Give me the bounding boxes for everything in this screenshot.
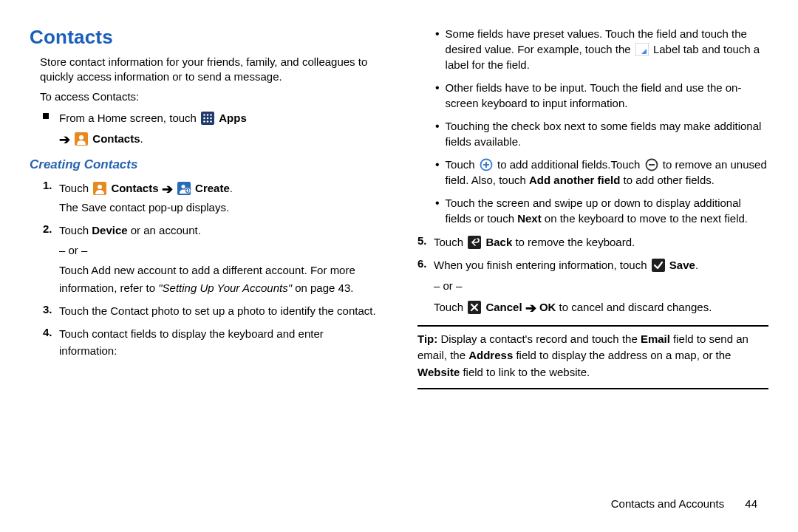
- access-step: From a Home screen, touch Apps ➔ Contact…: [30, 109, 381, 150]
- square-bullet-icon: [43, 113, 49, 119]
- step-number: 3.: [43, 303, 59, 319]
- step-number: 4.: [43, 326, 59, 360]
- tip-block: Tip: Display a contact's record and touc…: [417, 331, 768, 381]
- intro-text: Store contact information for your frien…: [30, 55, 381, 85]
- sub-bullet-2: • Other fields have to be input. Touch t…: [417, 80, 768, 111]
- arrow-icon: ➔: [59, 132, 70, 147]
- step5-back: Back: [485, 236, 512, 248]
- label-tab-icon: [635, 43, 649, 56]
- step-6: 6. When you finish entering information,…: [417, 256, 768, 317]
- step-number: 6.: [417, 257, 434, 317]
- step6-alt-post: to cancel and discard changes.: [559, 301, 712, 313]
- sub-bullet-5: • Touch the screen and swipe up or down …: [417, 195, 768, 226]
- bullet-icon: •: [435, 157, 440, 188]
- subsection-title: Creating Contacts: [30, 157, 381, 172]
- tip-label: Tip:: [417, 332, 437, 345]
- check-icon: [652, 259, 665, 272]
- b5-next: Next: [517, 212, 542, 225]
- arrow-icon: ➔: [162, 182, 173, 197]
- step-4: 4. Touch contact fields to display the k…: [30, 325, 381, 360]
- sub-bullet-4: • Touch to add additional fields.Touch t…: [417, 157, 768, 188]
- b4-post: to add other fields.: [624, 174, 715, 186]
- step2-device: Device: [92, 224, 127, 236]
- step1-create: Create: [195, 182, 230, 194]
- b5-post: on the keyboard to move to the next fiel…: [542, 212, 748, 225]
- section-title: Contacts: [30, 26, 381, 49]
- access-header: To access Contacts:: [30, 89, 381, 104]
- step5-post: to remove the keyboard.: [515, 236, 635, 248]
- step2-pre: Touch: [59, 224, 92, 236]
- page-number: 44: [745, 497, 757, 510]
- step-5: 5. Touch Back to remove the keyboard.: [417, 233, 768, 250]
- or-text: – or –: [434, 277, 768, 294]
- contacts-icon: [75, 132, 88, 146]
- tip-post: field to link to the website.: [460, 366, 590, 378]
- step1-line2: The Save contact pop-up displays.: [59, 201, 229, 214]
- step-number: 5.: [417, 234, 434, 250]
- tip-address: Address: [468, 349, 513, 361]
- tip-website: Website: [417, 366, 460, 378]
- page-footer: Contacts and Accounts 44: [611, 497, 757, 510]
- tip-mid2: field to display the address on a map, o…: [513, 349, 731, 361]
- step-number: 1.: [43, 179, 59, 216]
- step-1: 1. Touch Contacts ➔ Create. The Save con…: [30, 178, 381, 216]
- plus-circle-icon: [480, 158, 493, 171]
- step1-pre: Touch: [59, 182, 92, 194]
- b2-text: Other fields have to be input. Touch the…: [446, 80, 768, 111]
- access-step-pre: From a Home screen, touch: [59, 112, 200, 124]
- apps-label: Apps: [219, 112, 247, 124]
- step2-ref-after: on page 43.: [292, 282, 353, 294]
- right-column: • Some fields have preset values. Touch …: [417, 26, 768, 499]
- step2-post: or an account.: [128, 224, 201, 236]
- period: .: [140, 132, 143, 145]
- bullet-icon: •: [435, 118, 440, 149]
- bullet-icon: •: [435, 80, 440, 111]
- cancel-icon: [468, 301, 481, 314]
- contacts-icon: [93, 182, 106, 195]
- step5-pre: Touch: [434, 236, 466, 248]
- contacts-label: Contacts: [92, 132, 140, 145]
- sub-bullet-3: • Touching the check box next to some fi…: [417, 118, 768, 149]
- back-icon: [468, 236, 481, 249]
- left-column: Contacts Store contact information for y…: [30, 26, 381, 499]
- b3-text: Touching the check box next to some fiel…: [446, 118, 768, 149]
- b4-pre: Touch: [446, 158, 478, 171]
- tip-pre: Display a contact's record and touch the: [437, 332, 641, 345]
- step-number: 2.: [43, 222, 59, 296]
- step6-save: Save: [669, 259, 695, 271]
- tip-rule-top: [417, 325, 768, 327]
- footer-section: Contacts and Accounts: [611, 497, 724, 510]
- step1-contacts: Contacts: [111, 182, 161, 194]
- b4-bold: Add another field: [529, 174, 620, 186]
- sub-bullet-1: • Some fields have preset values. Touch …: [417, 26, 768, 72]
- create-icon: [177, 182, 191, 195]
- bullet-icon: •: [435, 195, 440, 226]
- step6-cancel: Cancel: [485, 301, 525, 313]
- or-text: – or –: [59, 242, 381, 259]
- step3-text: Touch the Contact photo to set up a phot…: [59, 302, 381, 319]
- b4-mid1: to add additional fields.Touch: [497, 158, 644, 171]
- tip-email: Email: [641, 332, 670, 345]
- step6-pre: When you finish entering information, to…: [434, 259, 650, 271]
- tip-rule-bottom: [417, 388, 768, 389]
- step6-alt-pre: Touch: [434, 301, 466, 313]
- step4-text: Touch contact fields to display the keyb…: [59, 325, 381, 360]
- arrow-icon: ➔: [525, 301, 536, 316]
- step-2: 2. Touch Device or an account. – or – To…: [30, 222, 381, 296]
- apps-icon: [201, 112, 214, 125]
- bullet-icon: •: [435, 26, 440, 72]
- minus-circle-icon: [645, 158, 658, 171]
- step6-ok: OK: [539, 301, 556, 313]
- step-3: 3. Touch the Contact photo to set up a p…: [30, 302, 381, 319]
- step2-ref: "Setting Up Your Accounts": [158, 282, 292, 294]
